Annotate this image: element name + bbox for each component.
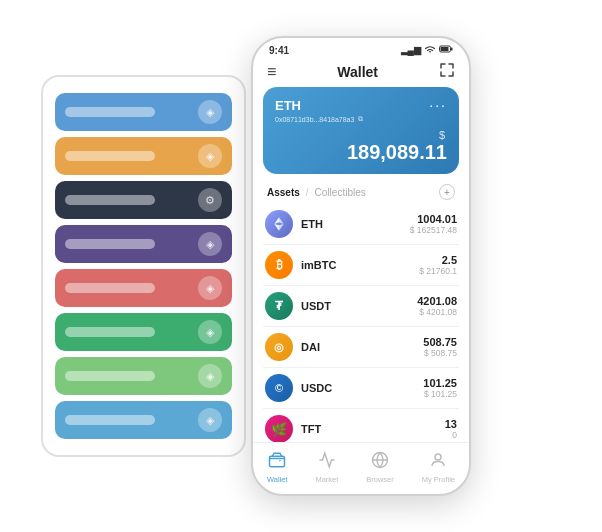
eth-card[interactable]: ETH ··· 0x08711d3b...8418a78a3 ⧉ $ 189,0… [263,87,459,174]
usdc-usd: $ 101.25 [423,389,457,399]
phone-mockup: 9:41 ▂▄▆ [251,36,471,496]
bottom-nav: Wallet Market [253,442,469,494]
tft-usd: 0 [445,430,457,440]
eth-token-name: ETH [301,218,410,230]
card-icon: ◈ [198,144,222,168]
assets-tabs: Assets / Collectibles [267,187,366,198]
usdt-amounts: 4201.08 $ 4201.08 [417,295,457,317]
menu-icon[interactable]: ≡ [267,63,276,81]
imbtc-amounts: 2.5 $ 21760.1 [419,254,457,276]
table-row[interactable]: 🌿 TFT 13 0 [263,409,459,442]
tab-assets[interactable]: Assets [267,187,300,198]
list-item[interactable]: ◈ [55,313,232,351]
dai-token-name: DAI [301,341,423,353]
svg-rect-2 [451,48,453,51]
dai-token-icon: ◎ [265,333,293,361]
status-icons: ▂▄▆ [401,44,453,56]
card-icon: ◈ [198,100,222,124]
usdt-amount: 4201.08 [417,295,457,307]
usdc-amount: 101.25 [423,377,457,389]
imbtc-token-icon: ₿ [265,251,293,279]
browser-nav-label: Browser [366,475,394,484]
eth-usd: $ 162517.48 [410,225,457,235]
card-text [65,151,155,161]
svg-marker-3 [279,217,284,224]
market-nav-icon [318,451,336,473]
card-text [65,371,155,381]
svg-rect-1 [441,47,449,51]
scene: ◈ ◈ ⚙ ◈ ◈ ◈ ◈ ◈ [21,21,581,511]
card-text [65,195,155,205]
eth-card-header: ETH ··· [275,97,447,113]
dai-usd: $ 508.75 [423,348,457,358]
list-item[interactable]: ◈ [55,401,232,439]
card-icon: ◈ [198,320,222,344]
tft-amount: 13 [445,418,457,430]
card-icon: ◈ [198,276,222,300]
nav-browser[interactable]: Browser [366,451,394,484]
tab-collectibles[interactable]: Collectibles [315,187,366,198]
nav-wallet[interactable]: Wallet [267,451,288,484]
imbtc-amount: 2.5 [419,254,457,266]
tft-token-name: TFT [301,423,445,435]
dai-amount: 508.75 [423,336,457,348]
add-asset-button[interactable]: + [439,184,455,200]
table-row[interactable]: ₮ USDT 4201.08 $ 4201.08 [263,286,459,327]
list-item[interactable]: ◈ [55,357,232,395]
list-item[interactable]: ◈ [55,93,232,131]
svg-marker-6 [279,224,284,231]
card-icon: ◈ [198,232,222,256]
usdc-token-icon: © [265,374,293,402]
svg-marker-4 [274,217,279,224]
card-icon: ◈ [198,364,222,388]
eth-amount: 1004.01 [410,213,457,225]
battery-icon [439,45,453,55]
eth-token-icon [265,210,293,238]
asset-list: ETH 1004.01 $ 162517.48 ₿ imBTC 2.5 $ 21… [253,204,469,442]
table-row[interactable]: ETH 1004.01 $ 162517.48 [263,204,459,245]
eth-card-title: ETH [275,98,301,113]
expand-icon[interactable] [439,62,455,81]
table-row[interactable]: ◎ DAI 508.75 $ 508.75 [263,327,459,368]
usdc-token-name: USDC [301,382,423,394]
usdt-token-icon: ₮ [265,292,293,320]
status-bar: 9:41 ▂▄▆ [253,38,469,58]
eth-card-menu[interactable]: ··· [429,97,447,113]
status-time: 9:41 [269,45,289,56]
signal-icon: ▂▄▆ [401,45,421,55]
imbtc-token-name: imBTC [301,259,419,271]
phone-header: ≡ Wallet [253,58,469,87]
list-item[interactable]: ◈ [55,225,232,263]
table-row[interactable]: © USDC 101.25 $ 101.25 [263,368,459,409]
eth-card-address: 0x08711d3b...8418a78a3 ⧉ [275,115,447,123]
card-stack: ◈ ◈ ⚙ ◈ ◈ ◈ ◈ ◈ [41,75,246,457]
list-item[interactable]: ⚙ [55,181,232,219]
assets-header: Assets / Collectibles + [253,182,469,204]
eth-amounts: 1004.01 $ 162517.48 [410,213,457,235]
profile-nav-icon [429,451,447,473]
card-text [65,283,155,293]
list-item[interactable]: ◈ [55,269,232,307]
wallet-nav-label: Wallet [267,475,288,484]
tft-token-icon: 🌿 [265,415,293,442]
eth-card-amount: 189,089.11 [275,141,447,164]
nav-market[interactable]: Market [315,451,338,484]
table-row[interactable]: ₿ imBTC 2.5 $ 21760.1 [263,245,459,286]
usdc-amounts: 101.25 $ 101.25 [423,377,457,399]
card-icon: ⚙ [198,188,222,212]
tab-divider: / [306,187,309,198]
card-text [65,415,155,425]
svg-point-10 [435,454,441,460]
list-item[interactable]: ◈ [55,137,232,175]
card-text [65,327,155,337]
eth-card-currency-symbol: $ [275,129,445,141]
browser-nav-icon [371,451,389,473]
nav-profile[interactable]: My Profile [422,451,455,484]
wallet-nav-icon [268,451,286,473]
tft-amounts: 13 0 [445,418,457,440]
page-title: Wallet [337,64,378,80]
usdt-usd: $ 4201.08 [417,307,457,317]
copy-icon[interactable]: ⧉ [358,115,363,123]
dai-amounts: 508.75 $ 508.75 [423,336,457,358]
svg-marker-5 [274,224,279,231]
